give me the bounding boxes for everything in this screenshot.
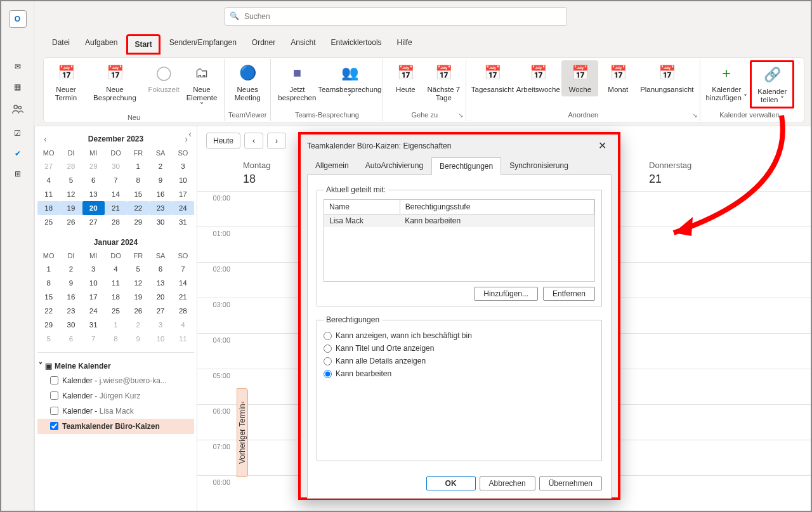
- woche-button[interactable]: 📅Woche: [561, 60, 598, 96]
- minical-day[interactable]: 3: [149, 318, 171, 332]
- my-calendars-header[interactable]: ˅▣Meine Kalender: [37, 359, 194, 373]
- tab-ansicht[interactable]: Ansicht: [284, 34, 322, 55]
- minical-day[interactable]: 18: [105, 290, 127, 304]
- minical-day[interactable]: 29: [82, 159, 105, 173]
- tab-hilfe[interactable]: Hilfe: [391, 34, 419, 55]
- minical-day[interactable]: 4: [37, 173, 60, 187]
- tab-start[interactable]: Start: [126, 34, 160, 55]
- minical-day[interactable]: 18: [37, 201, 60, 215]
- minical-day[interactable]: 19: [127, 290, 149, 304]
- minical-day[interactable]: 22: [127, 201, 149, 215]
- perm-titles-radio[interactable]: Kann Titel und Orte anzeigen: [324, 342, 595, 355]
- minical-day[interactable]: 31: [172, 215, 194, 229]
- calendar-checkbox[interactable]: [50, 391, 58, 400]
- previous-appointment-tab[interactable]: Vorheriger Termin ‹: [237, 388, 248, 477]
- minical-day[interactable]: 17: [172, 187, 194, 201]
- minical-day[interactable]: 28: [172, 304, 194, 318]
- minical-day[interactable]: 25: [37, 215, 60, 229]
- minical-day[interactable]: 23: [149, 201, 171, 215]
- minical-day[interactable]: 3: [82, 262, 105, 276]
- minical-day[interactable]: 15: [37, 290, 60, 304]
- minical-day[interactable]: 21: [172, 290, 194, 304]
- arbeitswoche-button[interactable]: 📅Arbeitswoche: [516, 60, 560, 96]
- calendar-list-item[interactable]: Teamkalender Büro-Kaizen: [37, 419, 194, 434]
- calendar-list-item[interactable]: Kalender - j.wiese@buero-ka...: [37, 373, 194, 388]
- teamsbesprechung-button[interactable]: 👥Teamsbesprechung ˅: [320, 60, 379, 105]
- add-button[interactable]: Hinzufügen...: [474, 287, 538, 301]
- tab-senden-empfangen[interactable]: Senden/Empfangen: [163, 34, 243, 55]
- minical-day[interactable]: 9: [60, 276, 82, 290]
- minical-day[interactable]: 20: [149, 290, 171, 304]
- minical-day[interactable]: 6: [60, 332, 82, 346]
- tab-berechtigungen[interactable]: Berechtigungen: [431, 157, 501, 175]
- minical-day[interactable]: 14: [105, 187, 127, 201]
- minical-day[interactable]: 12: [60, 187, 82, 201]
- minical-day[interactable]: 14: [172, 276, 194, 290]
- collapse-sidebar-icon[interactable]: ‹: [188, 129, 192, 139]
- neuer-termin-button[interactable]: 📅Neuer Termin: [48, 60, 84, 105]
- ok-button[interactable]: OK: [426, 476, 476, 490]
- minical-day[interactable]: 21: [105, 201, 127, 215]
- minical-day[interactable]: 7: [172, 262, 194, 276]
- minical-day[interactable]: 10: [82, 276, 105, 290]
- minical-day[interactable]: 5: [37, 332, 60, 346]
- minical-day[interactable]: 26: [127, 304, 149, 318]
- shared-with-table[interactable]: NameBerechtigungsstufe Lisa MackKann bea…: [324, 199, 595, 282]
- calendar-list-item[interactable]: Kalender - Jürgen Kurz: [37, 388, 194, 404]
- minical-day[interactable]: 11: [37, 187, 60, 201]
- minical-day[interactable]: 22: [37, 304, 60, 318]
- minical-day[interactable]: 16: [60, 290, 82, 304]
- heute-button[interactable]: 📅Heute: [387, 60, 424, 96]
- apply-button[interactable]: Übernehmen: [539, 476, 602, 490]
- calendar-list-item[interactable]: Kalender - Lisa Mack: [37, 404, 194, 419]
- today-button[interactable]: Heute: [206, 133, 240, 149]
- minical-day[interactable]: 31: [82, 318, 105, 332]
- perm-busy-radio[interactable]: Kann anzeigen, wann ich beschäftigt bin: [324, 329, 595, 342]
- prev-month-button[interactable]: ‹: [40, 134, 51, 144]
- minical-day[interactable]: 19: [60, 201, 82, 215]
- minical-day[interactable]: 11: [105, 276, 127, 290]
- minical-day[interactable]: 7: [82, 332, 105, 346]
- minical-day[interactable]: 27: [149, 304, 171, 318]
- minical-day[interactable]: 3: [172, 159, 194, 173]
- minical-day[interactable]: 2: [149, 159, 171, 173]
- neues-meeting-button[interactable]: 🔵Neues Meeting: [229, 60, 266, 105]
- minical-day[interactable]: 30: [105, 159, 127, 173]
- todo-rail-icon[interactable]: ✔: [15, 149, 21, 158]
- minical-day[interactable]: 29: [37, 318, 60, 332]
- tagesansicht-button[interactable]: 📅Tagesansicht: [470, 60, 514, 96]
- minical-day[interactable]: 25: [105, 304, 127, 318]
- monat-button[interactable]: 📅Monat: [599, 60, 636, 96]
- people-rail-icon[interactable]: [11, 103, 24, 117]
- minical-day[interactable]: 4: [105, 262, 127, 276]
- tab-ordner[interactable]: Ordner: [246, 34, 282, 55]
- tasks-rail-icon[interactable]: ☑: [14, 129, 21, 138]
- minical-day[interactable]: 27: [37, 159, 60, 173]
- minical-day[interactable]: 10: [172, 173, 194, 187]
- minical-day[interactable]: 11: [172, 332, 194, 346]
- minical-day[interactable]: 16: [149, 187, 171, 201]
- minical-day[interactable]: 5: [60, 173, 82, 187]
- tab-aufgaben[interactable]: Aufgaben: [79, 34, 124, 55]
- minical-day[interactable]: 1: [105, 318, 127, 332]
- tab-entwicklertools[interactable]: Entwicklertools: [325, 34, 388, 55]
- minical-day[interactable]: 30: [149, 215, 171, 229]
- minical-day[interactable]: 6: [149, 262, 171, 276]
- calendar-checkbox[interactable]: [50, 407, 58, 415]
- minical-day[interactable]: 2: [127, 318, 149, 332]
- tab-synchronisierung[interactable]: Synchronisierung: [501, 157, 577, 174]
- next-week-button[interactable]: ›: [267, 133, 286, 149]
- minical-day[interactable]: 6: [82, 173, 105, 187]
- minical-day[interactable]: 5: [127, 262, 149, 276]
- close-button[interactable]: ✕: [593, 138, 612, 153]
- remove-button[interactable]: Entfernen: [543, 287, 595, 301]
- minical-day[interactable]: 26: [60, 215, 82, 229]
- perm-details-radio[interactable]: Kann alle Details anzeigen: [324, 355, 595, 367]
- minical-day[interactable]: 29: [127, 215, 149, 229]
- minical-day[interactable]: 8: [37, 276, 60, 290]
- tab-allgemein[interactable]: Allgemein: [307, 157, 357, 174]
- anordnen-launcher-icon[interactable]: ↘: [692, 112, 697, 119]
- minical-day[interactable]: 20: [82, 201, 105, 215]
- minical-day[interactable]: 30: [60, 318, 82, 332]
- kalender-hinzufuegen-button[interactable]: ＋Kalender hinzufügen ˅: [704, 60, 749, 105]
